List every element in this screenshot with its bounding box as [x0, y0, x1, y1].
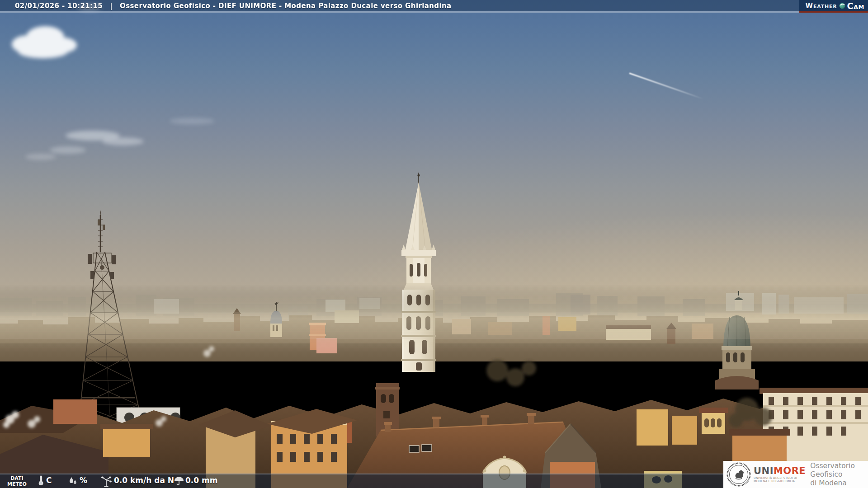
unimore-subtitle-line2: MODENA E REGGIO EMILIA — [754, 480, 806, 483]
rain-value: 0.0 mm — [185, 476, 217, 485]
wind-value: 0.0 km/h da N — [114, 476, 174, 485]
unimore-brand-uni: UNI — [754, 465, 774, 476]
unimore-brand-more: MORE — [774, 465, 806, 476]
weathercam-logo-weather: Weather — [806, 2, 837, 10]
webcam-photo — [0, 0, 868, 488]
weathercam-globe-icon — [839, 3, 845, 9]
unimore-seal-icon — [726, 462, 751, 487]
weathercam-logo-cam: Cam — [847, 1, 864, 11]
unimore-logo-box[interactable]: UNIMORE UNIVERSITÀ DEGLI STUDI DI MODENA… — [723, 461, 868, 488]
weathercam-logo[interactable]: Weather Cam — [799, 0, 868, 13]
temperature-value: C — [46, 476, 52, 485]
haze-strip — [0, 312, 868, 339]
header-separator: | — [110, 2, 113, 10]
timestamp: 02/01/2026 - 10:21:15 — [15, 2, 103, 10]
humidity-value: % — [80, 476, 87, 485]
observatory-name: Osservatorio Geofisico di Modena — [810, 462, 868, 488]
rain-umbrella-icon — [174, 475, 184, 486]
thermometer-icon — [36, 475, 45, 486]
header-bar: 02/01/2026 - 10:21:15 | Osservatorio Geo… — [0, 0, 868, 13]
observatory-name-line2: di Modena — [810, 479, 868, 488]
weather-bar-label: DATI METEO — [7, 475, 27, 487]
unimore-brand: UNIMORE UNIVERSITÀ DEGLI STUDI DI MODENA… — [754, 466, 806, 483]
weather-bar-label-line1: DATI — [7, 475, 27, 481]
observatory-name-line1: Osservatorio Geofisico — [810, 462, 868, 479]
anemometer-icon — [100, 475, 112, 487]
webcam-page: 02/01/2026 - 10:21:15 | Osservatorio Geo… — [0, 0, 868, 488]
humidity-drops-icon — [68, 475, 79, 486]
weather-bar-label-line2: METEO — [7, 481, 27, 487]
page-title: Osservatorio Geofisico - DIEF UNIMORE - … — [120, 2, 452, 10]
